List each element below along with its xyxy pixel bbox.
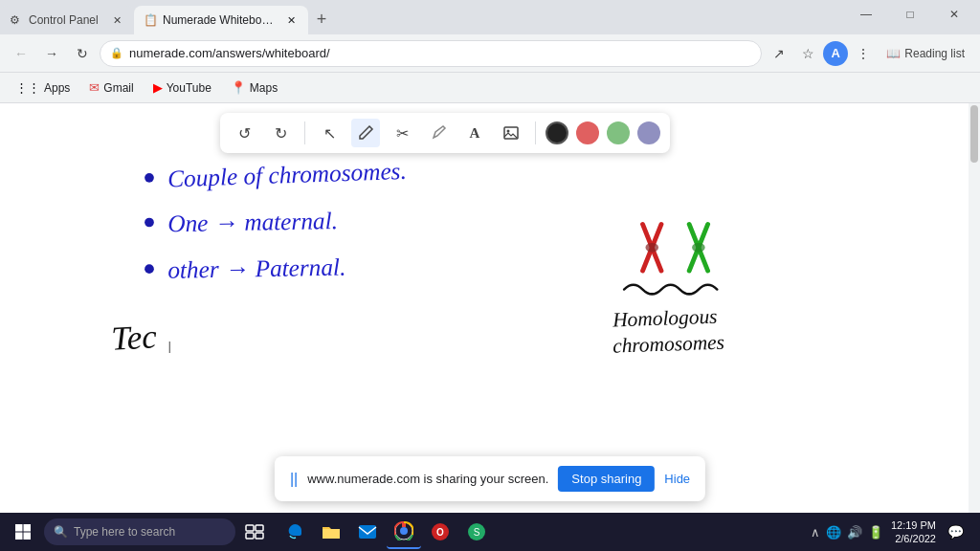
svg-point-6	[145, 264, 154, 274]
file-explorer-button[interactable]	[314, 515, 348, 549]
new-tab-button[interactable]: +	[308, 6, 335, 33]
pen-tool-button[interactable]	[351, 119, 380, 147]
network-icon[interactable]: 🌐	[824, 523, 843, 541]
color-purple[interactable]	[637, 121, 660, 144]
svg-rect-20	[15, 533, 23, 540]
whiteboard-canvas[interactable]: Couple of chromosomes. One → maternal. o…	[0, 103, 980, 513]
forward-button[interactable]: →	[38, 40, 65, 67]
svg-text:other → Paternal.: other → Paternal.	[167, 253, 346, 283]
app2-icon: S	[467, 522, 486, 541]
bookmark-apps[interactable]: ⋮⋮ Apps	[8, 77, 78, 99]
more-button[interactable]: ⋮	[850, 40, 877, 67]
hide-button[interactable]: Hide	[664, 472, 690, 486]
scrollbar[interactable]	[969, 103, 980, 513]
svg-rect-22	[246, 525, 254, 531]
bookmark-youtube[interactable]: ▶ YouTube	[145, 77, 219, 99]
svg-point-1	[507, 130, 510, 133]
tab-control-panel[interactable]: ⚙ Control Panel ✕	[0, 6, 134, 34]
maps-icon: 📍	[231, 80, 246, 95]
edge-icon	[285, 522, 304, 541]
url-text: numerade.com/answers/whiteboard/	[129, 46, 330, 60]
title-bar: ⚙ Control Panel ✕ 📋 Numerade Whiteboard …	[0, 0, 980, 34]
start-button[interactable]	[4, 513, 42, 551]
screen-share-icon: ||	[290, 471, 298, 488]
marker-button[interactable]	[424, 119, 453, 147]
edge-button[interactable]	[278, 515, 312, 549]
bookmark-gmail[interactable]: ✉ Gmail	[81, 77, 141, 99]
text-tool-button[interactable]: A	[460, 119, 489, 147]
tab2-favicon: 📋	[144, 13, 157, 27]
address-right-controls: ↗ ☆ A ⋮ 📖 Reading list	[766, 40, 972, 67]
svg-point-12	[645, 243, 658, 253]
profile-button[interactable]: A	[823, 41, 848, 66]
image-button[interactable]	[497, 119, 525, 147]
undo-button[interactable]: ↺	[230, 119, 258, 147]
color-black[interactable]	[546, 121, 568, 144]
svg-rect-24	[246, 533, 254, 539]
reload-button[interactable]: ↻	[69, 40, 96, 67]
app1-icon: O	[431, 522, 450, 541]
svg-text:O: O	[436, 527, 444, 538]
stop-sharing-button[interactable]: Stop sharing	[558, 466, 655, 492]
chrome-browser: ⚙ Control Panel ✕ 📋 Numerade Whiteboard …	[0, 0, 980, 551]
reading-list-icon: 📖	[886, 47, 901, 60]
marker-icon	[430, 124, 447, 142]
window-controls: — □ ✕	[844, 0, 980, 34]
color-green[interactable]	[607, 121, 630, 144]
bookmark-button[interactable]: ☆	[794, 40, 821, 67]
volume-icon[interactable]: 🔊	[845, 523, 864, 541]
svg-rect-21	[24, 533, 32, 540]
taskbar-pinned-apps: O S	[278, 515, 494, 549]
bookmark-maps-label: Maps	[250, 81, 278, 95]
system-tray: ∧ 🌐 🔊 🔋	[809, 523, 885, 541]
svg-point-2	[145, 173, 154, 183]
tab1-title: Control Panel	[29, 13, 99, 27]
reading-list-button[interactable]: 📖 Reading list	[879, 43, 972, 64]
search-bar[interactable]: 🔍 Type here to search	[44, 518, 235, 545]
gmail-icon: ✉	[89, 80, 100, 95]
screen-share-message: www.numerade.com is sharing your screen.	[307, 472, 548, 486]
color-red[interactable]	[576, 121, 599, 144]
tab-numerade[interactable]: 📋 Numerade Whiteboard ✕	[134, 6, 308, 34]
maximize-button[interactable]: □	[888, 0, 932, 29]
select-tool-button[interactable]: ↖	[315, 119, 344, 147]
toolbar-separator-1	[304, 121, 305, 144]
bookmark-apps-label: Apps	[44, 81, 70, 95]
close-button[interactable]: ✕	[932, 0, 976, 29]
svg-point-4	[145, 218, 154, 228]
taskbar-right: ∧ 🌐 🔊 🔋 12:19 PM 2/6/2022 💬	[809, 518, 976, 546]
clock[interactable]: 12:19 PM 2/6/2022	[891, 518, 936, 546]
share-button[interactable]: ↗	[766, 40, 792, 67]
svg-point-28	[400, 527, 408, 535]
url-bar[interactable]: 🔒 numerade.com/answers/whiteboard/	[100, 40, 762, 67]
tab1-favicon: ⚙	[10, 13, 23, 27]
tab1-close[interactable]: ✕	[109, 12, 124, 28]
content-area: ↺ ↻ ↖ ✂ A	[0, 103, 980, 513]
bookmark-youtube-label: YouTube	[167, 81, 212, 95]
chevron-up-icon[interactable]: ∧	[809, 523, 822, 541]
app1-button[interactable]: O	[423, 515, 457, 549]
time-display: 12:19 PM	[891, 518, 936, 532]
svg-text:chromosomes: chromosomes	[612, 331, 725, 358]
pen-icon	[357, 124, 374, 142]
svg-rect-18	[15, 524, 23, 532]
redo-button[interactable]: ↻	[266, 119, 295, 147]
chrome-icon	[394, 521, 413, 540]
back-button[interactable]: ←	[8, 40, 34, 67]
minimize-button[interactable]: —	[844, 0, 888, 29]
notification-button[interactable]: 💬	[942, 518, 969, 545]
toolbar-separator-2	[535, 121, 536, 144]
screen-share-banner: || www.numerade.com is sharing your scre…	[275, 456, 705, 501]
search-icon: 🔍	[54, 525, 68, 539]
bookmark-gmail-label: Gmail	[103, 81, 133, 95]
bookmark-maps[interactable]: 📍 Maps	[223, 77, 285, 99]
tools-button[interactable]: ✂	[388, 119, 416, 147]
mail-button[interactable]	[350, 515, 385, 549]
tab2-close[interactable]: ✕	[283, 12, 299, 28]
task-view-button[interactable]	[237, 515, 272, 549]
app2-button[interactable]: S	[459, 515, 494, 549]
mail-icon	[358, 524, 377, 540]
chrome-taskbar-button[interactable]	[387, 515, 421, 549]
battery-icon[interactable]: 🔋	[866, 523, 885, 541]
scrollbar-thumb[interactable]	[970, 105, 978, 163]
